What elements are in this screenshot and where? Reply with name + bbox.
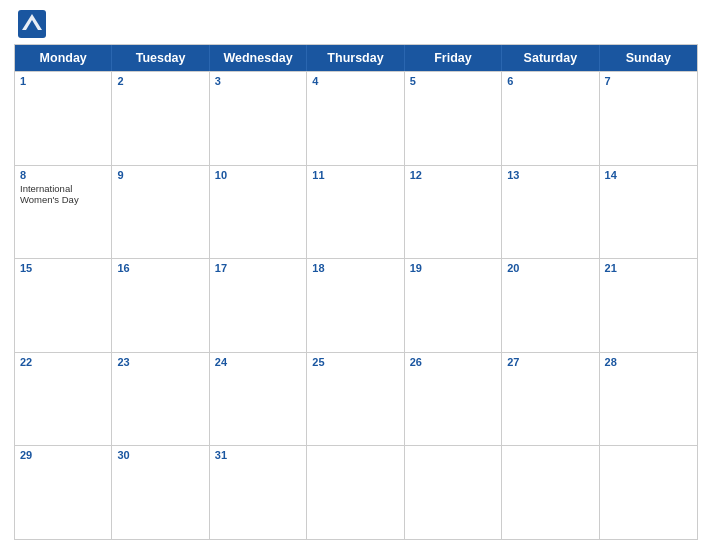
cell-date-number: 15 (20, 262, 106, 274)
day-header-sunday: Sunday (600, 45, 697, 71)
week-row-2: 8International Women's Day91011121314 (15, 165, 697, 259)
week-row-5: 293031 (15, 445, 697, 539)
calendar-cell: 7 (600, 72, 697, 165)
cell-date-number: 4 (312, 75, 398, 87)
day-header-monday: Monday (15, 45, 112, 71)
calendar-cell: 19 (405, 259, 502, 352)
calendar-cell: 10 (210, 166, 307, 259)
cell-date-number: 18 (312, 262, 398, 274)
calendar-cell: 29 (15, 446, 112, 539)
cell-date-number: 29 (20, 449, 106, 461)
week-row-4: 22232425262728 (15, 352, 697, 446)
calendar-cell: 24 (210, 353, 307, 446)
logo (18, 10, 50, 38)
calendar-cell: 18 (307, 259, 404, 352)
week-row-3: 15161718192021 (15, 258, 697, 352)
calendar-day-headers: MondayTuesdayWednesdayThursdayFridaySatu… (15, 45, 697, 71)
calendar-cell (307, 446, 404, 539)
calendar-cell: 12 (405, 166, 502, 259)
logo-icon (18, 10, 46, 38)
calendar-cell: 28 (600, 353, 697, 446)
cell-event-label: International Women's Day (20, 183, 106, 206)
calendar-cell: 14 (600, 166, 697, 259)
cell-date-number: 25 (312, 356, 398, 368)
calendar-cell: 2 (112, 72, 209, 165)
calendar-cell: 6 (502, 72, 599, 165)
calendar-cell: 11 (307, 166, 404, 259)
cell-date-number: 6 (507, 75, 593, 87)
calendar-cell: 27 (502, 353, 599, 446)
calendar-body: 12345678International Women's Day9101112… (15, 71, 697, 539)
calendar-cell: 22 (15, 353, 112, 446)
calendar-cell: 26 (405, 353, 502, 446)
calendar-cell: 23 (112, 353, 209, 446)
calendar-cell (600, 446, 697, 539)
day-header-friday: Friday (405, 45, 502, 71)
cell-date-number: 11 (312, 169, 398, 181)
calendar-cell: 16 (112, 259, 209, 352)
day-header-tuesday: Tuesday (112, 45, 209, 71)
calendar: MondayTuesdayWednesdayThursdayFridaySatu… (14, 44, 698, 540)
cell-date-number: 1 (20, 75, 106, 87)
cell-date-number: 31 (215, 449, 301, 461)
cell-date-number: 10 (215, 169, 301, 181)
calendar-cell: 25 (307, 353, 404, 446)
calendar-cell: 20 (502, 259, 599, 352)
calendar-cell: 13 (502, 166, 599, 259)
cell-date-number: 24 (215, 356, 301, 368)
cell-date-number: 14 (605, 169, 692, 181)
cell-date-number: 7 (605, 75, 692, 87)
cell-date-number: 5 (410, 75, 496, 87)
cell-date-number: 27 (507, 356, 593, 368)
cell-date-number: 20 (507, 262, 593, 274)
calendar-cell: 31 (210, 446, 307, 539)
cell-date-number: 26 (410, 356, 496, 368)
week-row-1: 1234567 (15, 71, 697, 165)
cell-date-number: 3 (215, 75, 301, 87)
page: MondayTuesdayWednesdayThursdayFridaySatu… (0, 0, 712, 550)
cell-date-number: 8 (20, 169, 106, 181)
cell-date-number: 2 (117, 75, 203, 87)
calendar-cell: 4 (307, 72, 404, 165)
cell-date-number: 9 (117, 169, 203, 181)
calendar-cell: 3 (210, 72, 307, 165)
day-header-wednesday: Wednesday (210, 45, 307, 71)
cell-date-number: 13 (507, 169, 593, 181)
calendar-cell: 8International Women's Day (15, 166, 112, 259)
calendar-cell: 21 (600, 259, 697, 352)
calendar-cell: 9 (112, 166, 209, 259)
day-header-saturday: Saturday (502, 45, 599, 71)
calendar-cell: 30 (112, 446, 209, 539)
cell-date-number: 22 (20, 356, 106, 368)
calendar-cell (405, 446, 502, 539)
cell-date-number: 23 (117, 356, 203, 368)
calendar-cell: 15 (15, 259, 112, 352)
calendar-cell: 1 (15, 72, 112, 165)
cell-date-number: 19 (410, 262, 496, 274)
day-header-thursday: Thursday (307, 45, 404, 71)
cell-date-number: 12 (410, 169, 496, 181)
cell-date-number: 17 (215, 262, 301, 274)
calendar-header (14, 10, 698, 38)
cell-date-number: 16 (117, 262, 203, 274)
cell-date-number: 21 (605, 262, 692, 274)
calendar-cell: 17 (210, 259, 307, 352)
cell-date-number: 28 (605, 356, 692, 368)
calendar-cell (502, 446, 599, 539)
calendar-cell: 5 (405, 72, 502, 165)
cell-date-number: 30 (117, 449, 203, 461)
